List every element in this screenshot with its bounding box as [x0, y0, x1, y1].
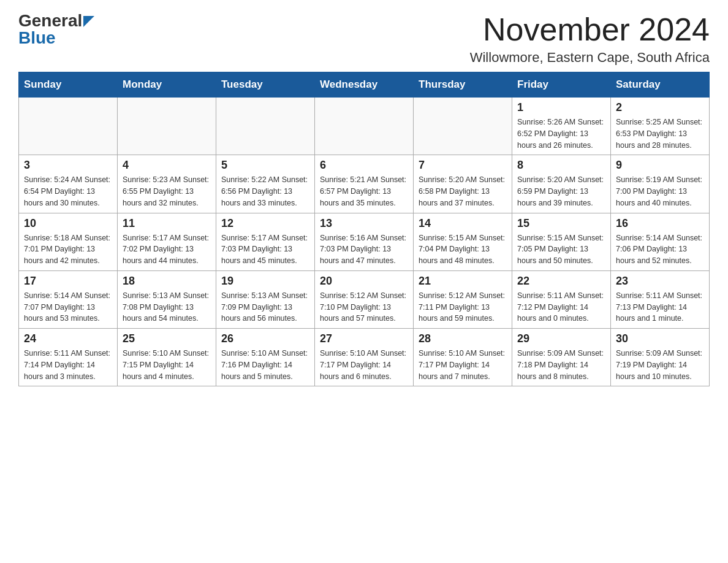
calendar-cell	[118, 98, 216, 155]
calendar-cell: 9Sunrise: 5:19 AM Sunset: 7:00 PM Daylig…	[611, 155, 710, 213]
calendar-cell: 28Sunrise: 5:10 AM Sunset: 7:17 PM Dayli…	[414, 329, 512, 386]
day-number: 14	[419, 217, 507, 230]
calendar-header-row: Sunday Monday Tuesday Wednesday Thursday…	[19, 72, 710, 98]
day-number: 7	[419, 159, 507, 172]
calendar-cell	[19, 98, 118, 155]
logo: General Blue	[18, 12, 94, 47]
day-number: 26	[221, 332, 309, 345]
day-number: 29	[517, 332, 605, 345]
day-info: Sunrise: 5:23 AM Sunset: 6:55 PM Dayligh…	[123, 174, 211, 209]
calendar-cell: 17Sunrise: 5:14 AM Sunset: 7:07 PM Dayli…	[19, 270, 118, 328]
calendar-cell: 15Sunrise: 5:15 AM Sunset: 7:05 PM Dayli…	[512, 213, 611, 270]
day-info: Sunrise: 5:12 AM Sunset: 7:11 PM Dayligh…	[419, 290, 507, 324]
calendar-week-row: 10Sunrise: 5:18 AM Sunset: 7:01 PM Dayli…	[19, 213, 710, 270]
calendar-cell: 27Sunrise: 5:10 AM Sunset: 7:17 PM Dayli…	[315, 329, 414, 386]
day-info: Sunrise: 5:25 AM Sunset: 6:53 PM Dayligh…	[616, 117, 704, 151]
col-saturday: Saturday	[611, 72, 710, 98]
calendar-cell: 29Sunrise: 5:09 AM Sunset: 7:18 PM Dayli…	[512, 329, 611, 386]
day-info: Sunrise: 5:20 AM Sunset: 6:58 PM Dayligh…	[419, 174, 507, 209]
calendar-cell: 22Sunrise: 5:11 AM Sunset: 7:12 PM Dayli…	[512, 270, 611, 328]
col-tuesday: Tuesday	[216, 72, 315, 98]
day-info: Sunrise: 5:24 AM Sunset: 6:54 PM Dayligh…	[24, 174, 112, 209]
day-info: Sunrise: 5:22 AM Sunset: 6:56 PM Dayligh…	[221, 174, 309, 209]
day-info: Sunrise: 5:15 AM Sunset: 7:04 PM Dayligh…	[419, 232, 507, 267]
col-thursday: Thursday	[414, 72, 512, 98]
day-info: Sunrise: 5:17 AM Sunset: 7:02 PM Dayligh…	[123, 232, 211, 267]
day-info: Sunrise: 5:10 AM Sunset: 7:17 PM Dayligh…	[419, 348, 507, 382]
calendar-cell	[216, 98, 315, 155]
day-number: 9	[616, 159, 704, 172]
day-number: 11	[123, 217, 211, 230]
calendar-week-row: 17Sunrise: 5:14 AM Sunset: 7:07 PM Dayli…	[19, 270, 710, 328]
day-number: 30	[616, 332, 704, 345]
day-number: 8	[517, 159, 605, 172]
day-info: Sunrise: 5:14 AM Sunset: 7:07 PM Dayligh…	[24, 290, 112, 324]
day-number: 22	[517, 275, 605, 288]
day-number: 23	[616, 275, 704, 288]
calendar-week-row: 3Sunrise: 5:24 AM Sunset: 6:54 PM Daylig…	[19, 155, 710, 213]
calendar-cell: 19Sunrise: 5:13 AM Sunset: 7:09 PM Dayli…	[216, 270, 315, 328]
calendar-cell: 4Sunrise: 5:23 AM Sunset: 6:55 PM Daylig…	[118, 155, 216, 213]
day-info: Sunrise: 5:10 AM Sunset: 7:15 PM Dayligh…	[123, 348, 211, 382]
calendar-cell: 5Sunrise: 5:22 AM Sunset: 6:56 PM Daylig…	[216, 155, 315, 213]
calendar-cell: 7Sunrise: 5:20 AM Sunset: 6:58 PM Daylig…	[414, 155, 512, 213]
col-sunday: Sunday	[19, 72, 118, 98]
calendar-cell	[414, 98, 512, 155]
calendar-cell: 20Sunrise: 5:12 AM Sunset: 7:10 PM Dayli…	[315, 270, 414, 328]
calendar-cell: 10Sunrise: 5:18 AM Sunset: 7:01 PM Dayli…	[19, 213, 118, 270]
day-info: Sunrise: 5:17 AM Sunset: 7:03 PM Dayligh…	[221, 232, 309, 267]
calendar-week-row: 1Sunrise: 5:26 AM Sunset: 6:52 PM Daylig…	[19, 98, 710, 155]
day-number: 21	[419, 275, 507, 288]
calendar-cell: 18Sunrise: 5:13 AM Sunset: 7:08 PM Dayli…	[118, 270, 216, 328]
day-info: Sunrise: 5:11 AM Sunset: 7:14 PM Dayligh…	[24, 348, 112, 382]
calendar-cell: 1Sunrise: 5:26 AM Sunset: 6:52 PM Daylig…	[512, 98, 611, 155]
day-info: Sunrise: 5:21 AM Sunset: 6:57 PM Dayligh…	[320, 174, 408, 209]
day-number: 5	[221, 159, 309, 172]
calendar-cell: 25Sunrise: 5:10 AM Sunset: 7:15 PM Dayli…	[118, 329, 216, 386]
day-number: 20	[320, 275, 408, 288]
title-block: November 2024 Willowmore, Eastern Cape, …	[470, 12, 710, 66]
calendar-cell: 11Sunrise: 5:17 AM Sunset: 7:02 PM Dayli…	[118, 213, 216, 270]
day-number: 2	[616, 101, 704, 114]
day-number: 27	[320, 332, 408, 345]
logo-general-text: General	[18, 12, 82, 29]
day-info: Sunrise: 5:20 AM Sunset: 6:59 PM Dayligh…	[517, 174, 605, 209]
calendar-table: Sunday Monday Tuesday Wednesday Thursday…	[18, 72, 710, 386]
calendar-cell: 3Sunrise: 5:24 AM Sunset: 6:54 PM Daylig…	[19, 155, 118, 213]
col-monday: Monday	[118, 72, 216, 98]
day-number: 6	[320, 159, 408, 172]
calendar-title: November 2024	[470, 12, 710, 47]
day-info: Sunrise: 5:10 AM Sunset: 7:16 PM Dayligh…	[221, 348, 309, 382]
day-number: 25	[123, 332, 211, 345]
calendar-cell	[315, 98, 414, 155]
logo-blue-text: Blue	[18, 28, 56, 47]
day-info: Sunrise: 5:09 AM Sunset: 7:18 PM Dayligh…	[517, 348, 605, 382]
calendar-cell: 26Sunrise: 5:10 AM Sunset: 7:16 PM Dayli…	[216, 329, 315, 386]
calendar-week-row: 24Sunrise: 5:11 AM Sunset: 7:14 PM Dayli…	[19, 329, 710, 386]
calendar-cell: 13Sunrise: 5:16 AM Sunset: 7:03 PM Dayli…	[315, 213, 414, 270]
page-header: General Blue November 2024 Willowmore, E…	[18, 12, 710, 66]
day-number: 16	[616, 217, 704, 230]
day-number: 24	[24, 332, 112, 345]
day-info: Sunrise: 5:15 AM Sunset: 7:05 PM Dayligh…	[517, 232, 605, 267]
day-number: 17	[24, 275, 112, 288]
col-friday: Friday	[512, 72, 611, 98]
day-info: Sunrise: 5:19 AM Sunset: 7:00 PM Dayligh…	[616, 174, 704, 209]
calendar-cell: 8Sunrise: 5:20 AM Sunset: 6:59 PM Daylig…	[512, 155, 611, 213]
day-info: Sunrise: 5:14 AM Sunset: 7:06 PM Dayligh…	[616, 232, 704, 267]
day-number: 18	[123, 275, 211, 288]
day-info: Sunrise: 5:10 AM Sunset: 7:17 PM Dayligh…	[320, 348, 408, 382]
day-number: 1	[517, 101, 605, 114]
day-info: Sunrise: 5:11 AM Sunset: 7:13 PM Dayligh…	[616, 290, 704, 324]
col-wednesday: Wednesday	[315, 72, 414, 98]
day-info: Sunrise: 5:13 AM Sunset: 7:08 PM Dayligh…	[123, 290, 211, 324]
day-number: 4	[123, 159, 211, 172]
day-number: 13	[320, 217, 408, 230]
calendar-cell: 30Sunrise: 5:09 AM Sunset: 7:19 PM Dayli…	[611, 329, 710, 386]
logo-arrow-icon	[83, 16, 94, 27]
calendar-cell: 16Sunrise: 5:14 AM Sunset: 7:06 PM Dayli…	[611, 213, 710, 270]
day-info: Sunrise: 5:11 AM Sunset: 7:12 PM Dayligh…	[517, 290, 605, 324]
day-info: Sunrise: 5:13 AM Sunset: 7:09 PM Dayligh…	[221, 290, 309, 324]
day-number: 19	[221, 275, 309, 288]
day-info: Sunrise: 5:26 AM Sunset: 6:52 PM Dayligh…	[517, 117, 605, 151]
